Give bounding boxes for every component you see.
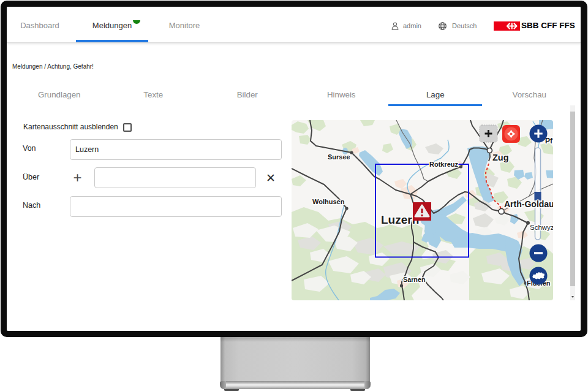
svg-text:Pf: Pf: [545, 137, 553, 145]
svg-text:Zug: Zug: [492, 153, 509, 162]
svg-text:Sursee: Sursee: [328, 153, 350, 161]
svg-text:Rotkreuz: Rotkreuz: [429, 161, 459, 168]
svg-text:Sarnen: Sarnen: [403, 276, 425, 283]
svg-text:Wolhusen: Wolhusen: [312, 198, 345, 205]
svg-text:Schwyz: Schwyz: [530, 224, 553, 231]
svg-text:Arth-Goldau: Arth-Goldau: [504, 199, 553, 209]
